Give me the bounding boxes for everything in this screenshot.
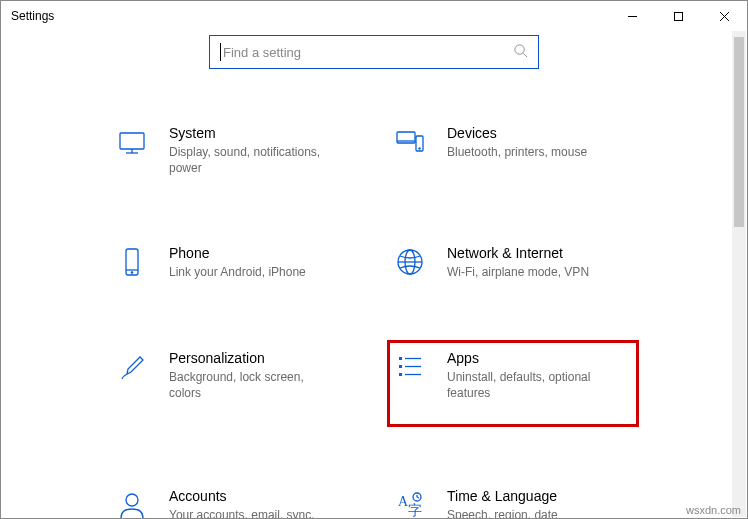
category-desc: Link your Android, iPhone xyxy=(169,264,306,280)
svg-point-12 xyxy=(419,148,420,149)
svg-text:字: 字 xyxy=(408,503,422,518)
svg-rect-23 xyxy=(399,373,402,376)
svg-rect-21 xyxy=(399,365,402,368)
category-system[interactable]: System Display, sound, notifications, po… xyxy=(111,117,359,182)
category-personalization[interactable]: Personalization Background, lock screen,… xyxy=(111,342,359,425)
category-devices[interactable]: Devices Bluetooth, printers, mouse xyxy=(389,117,637,182)
svg-point-25 xyxy=(126,494,138,506)
settings-categories: System Display, sound, notifications, po… xyxy=(111,117,637,519)
close-button[interactable] xyxy=(701,1,747,31)
svg-rect-6 xyxy=(120,133,144,149)
search-input[interactable]: Find a setting xyxy=(209,35,539,69)
titlebar: Settings xyxy=(1,1,747,31)
text-caret xyxy=(220,43,221,61)
watermark: wsxdn.com xyxy=(686,504,741,516)
search-placeholder: Find a setting xyxy=(223,45,513,60)
vertical-scrollbar[interactable] xyxy=(732,31,746,517)
search-container: Find a setting xyxy=(1,35,747,69)
devices-icon xyxy=(393,125,427,159)
scrollbar-thumb[interactable] xyxy=(734,37,744,227)
category-title: Personalization xyxy=(169,350,339,366)
person-icon xyxy=(115,488,149,519)
svg-line-5 xyxy=(523,53,527,57)
window-title: Settings xyxy=(11,9,54,23)
category-desc: Display, sound, notifications, power xyxy=(169,144,339,176)
svg-point-15 xyxy=(131,272,132,273)
category-network[interactable]: Network & Internet Wi-Fi, airplane mode,… xyxy=(389,237,637,286)
phone-icon xyxy=(115,245,149,279)
window-controls xyxy=(609,1,747,31)
category-title: Apps xyxy=(447,350,617,366)
category-desc: Uninstall, defaults, optional features xyxy=(447,369,617,401)
display-icon xyxy=(115,125,149,159)
svg-rect-13 xyxy=(126,249,138,275)
category-title: Devices xyxy=(447,125,587,141)
list-icon xyxy=(393,350,427,384)
category-desc: Your accounts, email, sync, work, other … xyxy=(169,507,339,519)
svg-point-4 xyxy=(515,45,524,54)
category-title: Network & Internet xyxy=(447,245,589,261)
brush-icon xyxy=(115,350,149,384)
category-apps[interactable]: Apps Uninstall, defaults, optional featu… xyxy=(389,342,637,425)
category-desc: Bluetooth, printers, mouse xyxy=(447,144,587,160)
category-desc: Speech, region, date xyxy=(447,507,558,519)
svg-line-30 xyxy=(417,497,419,498)
minimize-button[interactable] xyxy=(609,1,655,31)
category-title: Accounts xyxy=(169,488,339,504)
category-title: Phone xyxy=(169,245,306,261)
category-time-language[interactable]: A字 Time & Language Speech, region, date xyxy=(389,480,637,519)
category-desc: Wi-Fi, airplane mode, VPN xyxy=(447,264,589,280)
search-icon xyxy=(513,43,528,61)
maximize-button[interactable] xyxy=(655,1,701,31)
category-title: System xyxy=(169,125,339,141)
category-accounts[interactable]: Accounts Your accounts, email, sync, wor… xyxy=(111,480,359,519)
language-icon: A字 xyxy=(393,488,427,519)
svg-rect-1 xyxy=(674,12,682,20)
svg-rect-19 xyxy=(399,357,402,360)
category-desc: Background, lock screen, colors xyxy=(169,369,339,401)
category-phone[interactable]: Phone Link your Android, iPhone xyxy=(111,237,359,286)
category-title: Time & Language xyxy=(447,488,558,504)
globe-icon xyxy=(393,245,427,279)
